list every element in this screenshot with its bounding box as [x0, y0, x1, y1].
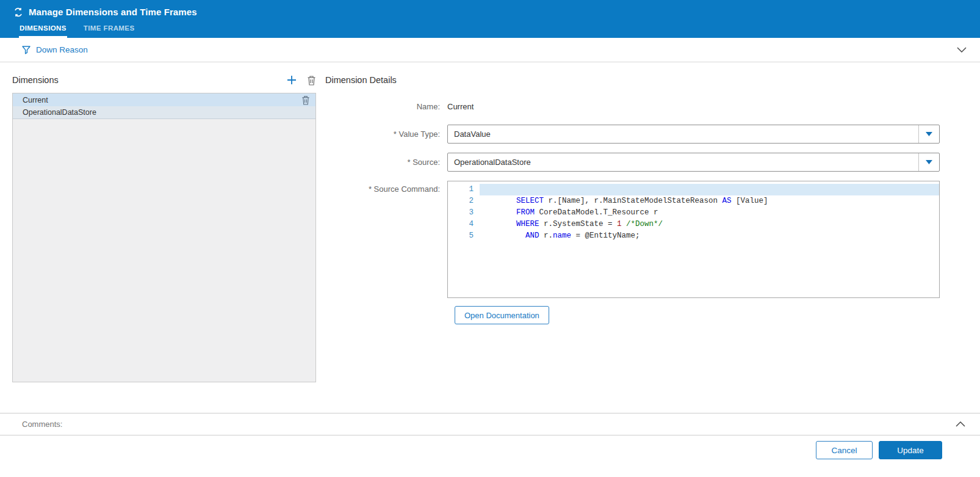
- chevron-down-icon[interactable]: [957, 47, 967, 53]
- tab-bar: DIMENSIONS TIME FRAMES: [0, 18, 980, 38]
- name-label: Name:: [325, 101, 447, 112]
- code-gutter: 12345: [448, 181, 480, 297]
- chevron-up-icon[interactable]: [956, 421, 965, 427]
- list-item-current[interactable]: Current: [13, 93, 315, 106]
- dropdown-arrow-icon[interactable]: [918, 153, 939, 171]
- value-type-select[interactable]: DataValue: [447, 125, 940, 144]
- dropdown-arrow-icon[interactable]: [918, 125, 939, 143]
- dimension-details-panel: Dimension Details Name: Current * Value …: [316, 71, 965, 413]
- update-button[interactable]: Update: [879, 441, 942, 459]
- dimension-details-title: Dimension Details: [325, 75, 397, 85]
- code-lines: SELECT r.[Name], r.MainStateModelStateRe…: [480, 181, 939, 297]
- source-command-editor[interactable]: 12345 SELECT r.[Name], r.MainStateModelS…: [447, 181, 940, 298]
- trash-icon[interactable]: [301, 95, 310, 105]
- dialog-header: Manage Dimensions and Time Frames DIMENS…: [0, 0, 980, 38]
- cancel-button[interactable]: Cancel: [816, 441, 873, 459]
- dialog-title: Manage Dimensions and Time Frames: [29, 7, 197, 17]
- source-selected-option: OperationalDataStore: [448, 158, 918, 167]
- comments-section-header[interactable]: Comments:: [0, 413, 980, 435]
- main-content: Dimensions Current: [0, 62, 980, 413]
- source-select[interactable]: OperationalDataStore: [447, 153, 940, 172]
- add-dimension-button[interactable]: [286, 75, 297, 86]
- comments-label: Comments:: [22, 420, 62, 429]
- delete-dimension-button[interactable]: [307, 75, 316, 86]
- dimensions-panel: Dimensions Current: [12, 71, 316, 413]
- tab-time-frames[interactable]: TIME FRAMES: [83, 22, 135, 38]
- dimensions-list: Current OperationalDataStore: [12, 93, 316, 382]
- value-type-selected-option: DataValue: [448, 129, 918, 139]
- list-item-label: OperationalDataStore: [23, 108, 96, 117]
- list-item-label: Current: [23, 96, 48, 104]
- dimension-group-bar[interactable]: Down Reason: [0, 38, 980, 62]
- name-value: Current: [447, 102, 474, 111]
- source-label: * Source:: [325, 157, 447, 167]
- tab-dimensions[interactable]: DIMENSIONS: [19, 22, 67, 38]
- source-command-label: * Source Command:: [325, 181, 447, 194]
- list-item-operationaldatastore[interactable]: OperationalDataStore: [13, 106, 315, 119]
- dialog-footer: Cancel Update: [0, 435, 980, 477]
- open-documentation-button[interactable]: Open Documentation: [455, 306, 549, 324]
- dimension-group-label: Down Reason: [36, 45, 88, 54]
- value-type-label: * Value Type:: [325, 129, 447, 139]
- dimensions-panel-title: Dimensions: [12, 75, 59, 85]
- funnel-icon: [22, 46, 31, 54]
- manage-dimensions-icon: [13, 7, 23, 17]
